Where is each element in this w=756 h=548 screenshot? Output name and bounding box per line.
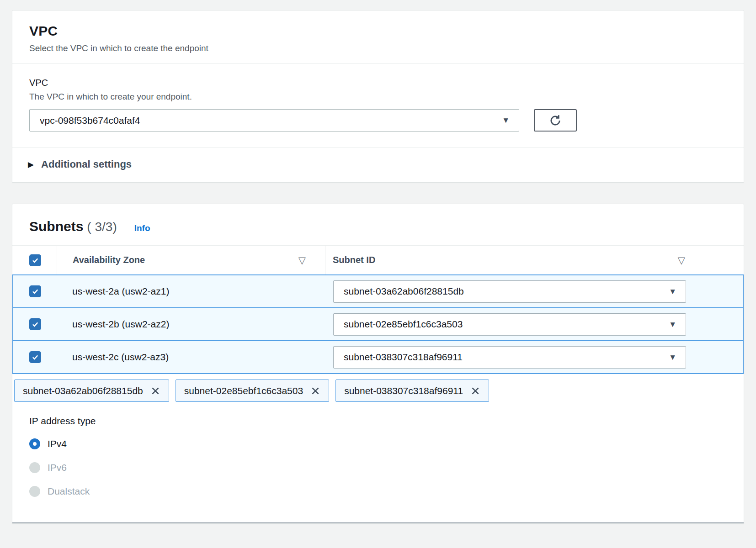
- page: VPC Select the VPC in which to create th…: [0, 0, 756, 524]
- subnet-select-cell: subnet-03a62ab06f28815db ▼: [325, 280, 743, 303]
- table-row[interactable]: us-west-2b (usw2-az2) subnet-02e85ebf1c6…: [13, 307, 743, 340]
- subnet-select-value: subnet-02e85ebf1c6c3a503: [344, 319, 669, 330]
- caret-down-icon: ▼: [669, 353, 676, 361]
- vpc-card-title: VPC: [29, 23, 727, 39]
- check-icon: [31, 353, 39, 361]
- vpc-field-help: The VPC in which to create your endpoint…: [29, 92, 727, 102]
- subnets-table-rows: us-west-2a (usw2-az1) subnet-03a62ab06f2…: [12, 274, 744, 374]
- subnet-select-value: subnet-038307c318af96911: [344, 352, 669, 363]
- subnet-token-label: subnet-038307c318af96911: [344, 385, 463, 396]
- radio-button-selected[interactable]: [29, 438, 40, 449]
- ip-address-type-section: IP address type IPv4 IPv6 Dualstack: [12, 402, 744, 498]
- subnets-count: ( 3/3): [87, 220, 117, 234]
- vpc-card-body: VPC The VPC in which to create your endp…: [12, 64, 744, 147]
- refresh-button[interactable]: [534, 109, 577, 132]
- availability-zone-cell: us-west-2c (usw2-az3): [57, 352, 325, 363]
- vpc-select[interactable]: vpc-098f53b674c0afaf4 ▼: [29, 109, 519, 132]
- token-dismiss-button[interactable]: [150, 386, 160, 396]
- check-icon: [31, 320, 39, 328]
- column-header-label: Availability Zone: [73, 255, 145, 265]
- refresh-icon: [548, 114, 562, 127]
- caret-down-icon: ▼: [669, 321, 676, 328]
- sort-icon[interactable]: ▽: [298, 255, 306, 266]
- card-bottom-edge: [12, 498, 744, 523]
- row-checkbox-cell: [13, 318, 57, 330]
- subnet-token: subnet-03a62ab06f28815db: [14, 379, 169, 402]
- close-icon: [470, 386, 480, 396]
- table-row[interactable]: us-west-2a (usw2-az1) subnet-03a62ab06f2…: [13, 274, 743, 307]
- row-checkbox-cell: [13, 285, 57, 297]
- ip-address-type-label: IP address type: [29, 416, 727, 427]
- column-header-label: Subnet ID: [333, 255, 375, 265]
- row-checkbox-cell: [13, 351, 57, 363]
- subnet-token: subnet-038307c318af96911: [335, 379, 489, 402]
- info-link[interactable]: Info: [134, 223, 150, 233]
- sort-icon[interactable]: ▽: [678, 255, 685, 266]
- additional-settings-expander[interactable]: ▶ Additional settings: [12, 148, 744, 182]
- vpc-card: VPC Select the VPC in which to create th…: [12, 10, 744, 183]
- radio-label: IPv6: [48, 462, 67, 473]
- subnet-select-cell: subnet-02e85ebf1c6c3a503 ▼: [325, 313, 743, 336]
- radio-label: IPv4: [48, 438, 67, 449]
- subnet-select[interactable]: subnet-038307c318af96911 ▼: [333, 346, 686, 369]
- radio-label: Dualstack: [48, 486, 90, 497]
- selected-subnet-tokens: subnet-03a62ab06f28815db subnet-02e85ebf…: [14, 379, 744, 402]
- close-icon: [310, 386, 320, 396]
- check-icon: [31, 256, 39, 264]
- row-checkbox[interactable]: [29, 351, 41, 363]
- subnet-select-cell: subnet-038307c318af96911 ▼: [325, 346, 743, 369]
- availability-zone-cell: us-west-2a (usw2-az1): [57, 286, 325, 297]
- token-dismiss-button[interactable]: [310, 386, 320, 396]
- radio-button-disabled: [29, 462, 40, 473]
- vpc-select-row: vpc-098f53b674c0afaf4 ▼: [29, 109, 727, 132]
- check-icon: [31, 287, 39, 295]
- column-header-availability-zone[interactable]: Availability Zone ▽: [57, 246, 325, 274]
- subnet-select[interactable]: subnet-02e85ebf1c6c3a503 ▼: [333, 313, 686, 336]
- expand-right-icon: ▶: [28, 160, 34, 169]
- availability-zone-cell: us-west-2b (usw2-az2): [57, 319, 325, 330]
- token-dismiss-button[interactable]: [470, 386, 480, 396]
- select-all-checkbox[interactable]: [29, 254, 41, 266]
- subnets-card-header: Subnets ( 3/3) Info: [12, 204, 744, 245]
- subnet-select-value: subnet-03a62ab06f28815db: [344, 286, 669, 297]
- subnet-token-label: subnet-03a62ab06f28815db: [23, 385, 143, 396]
- row-checkbox[interactable]: [29, 285, 41, 297]
- vpc-card-header: VPC Select the VPC in which to create th…: [12, 11, 744, 63]
- subnets-title: Subnets: [29, 219, 83, 234]
- radio-option-dualstack: Dualstack: [29, 485, 727, 498]
- radio-option-ipv6: IPv6: [29, 461, 727, 474]
- row-checkbox[interactable]: [29, 318, 41, 330]
- additional-settings-label: Additional settings: [41, 158, 132, 170]
- column-header-subnet-id[interactable]: Subnet ID ▽: [325, 246, 744, 274]
- subnets-table-header: Availability Zone ▽ Subnet ID ▽: [12, 245, 744, 274]
- vpc-field-label: VPC: [29, 78, 727, 88]
- radio-option-ipv4[interactable]: IPv4: [29, 437, 727, 450]
- radio-button-disabled: [29, 486, 40, 497]
- subnet-token: subnet-02e85ebf1c6c3a503: [176, 379, 329, 402]
- select-all-cell: [12, 246, 57, 274]
- caret-down-icon: ▼: [669, 288, 676, 295]
- table-row[interactable]: us-west-2c (usw2-az3) subnet-038307c318a…: [13, 340, 743, 373]
- close-icon: [150, 386, 160, 396]
- vpc-card-subtitle: Select the VPC in which to create the en…: [29, 43, 727, 53]
- subnet-select[interactable]: subnet-03a62ab06f28815db ▼: [333, 280, 686, 303]
- caret-down-icon: ▼: [502, 116, 510, 124]
- subnets-card: Subnets ( 3/3) Info Availability Zone ▽ …: [12, 204, 744, 524]
- vpc-select-value: vpc-098f53b674c0afaf4: [40, 115, 502, 126]
- subnet-token-label: subnet-02e85ebf1c6c3a503: [184, 385, 303, 396]
